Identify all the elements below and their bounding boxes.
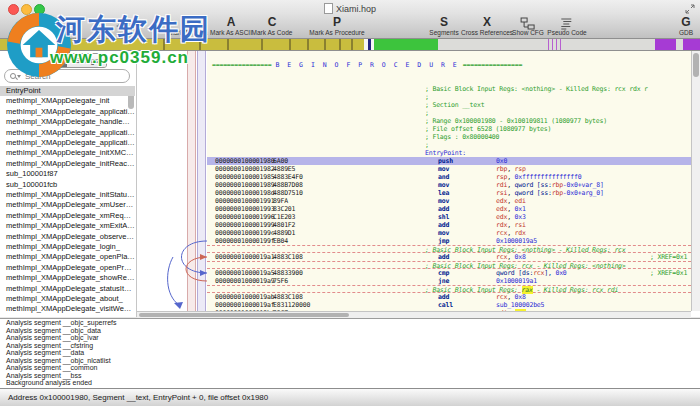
horizontal-scrollbar[interactable] <box>137 311 691 318</box>
basic-block-comment-row: ; Basic Block Input Regs: rax - Killed R… <box>207 285 691 293</box>
symbol-list-item[interactable]: methImpl_XMAppDelegate_initXMClient <box>0 148 135 158</box>
comment-row: ; Basic Block Input Regs: <nothing> - Ki… <box>207 85 691 93</box>
status-text: Address 0x100001980, Segment __text, Ent… <box>8 393 268 402</box>
watermark-site-name: 河东软件园 <box>56 10 211 50</box>
toolbar-button-mark-as-procedure[interactable]: PMark As Procedure <box>309 16 364 36</box>
toolbar-button-gdb[interactable]: GGDB <box>679 16 693 36</box>
segment-map-block <box>548 39 549 50</box>
segment-map-block <box>227 39 229 50</box>
log-line: Analysis segment __data <box>0 349 700 357</box>
listing-row[interactable]: 000000010000198d488D7510learsi, qword [s… <box>207 189 691 197</box>
listing-row[interactable]: 00000001000019afE831120000callsub_100002… <box>207 301 691 309</box>
log-line: Analysis segment __objc_nlcatlist <box>0 357 700 365</box>
basic-block-comment-row: ; Basic Block Input Regs: rcx - Killed R… <box>207 261 691 269</box>
entrypoint-label-row: EntryPoint: <box>207 149 691 157</box>
document-icon <box>324 3 333 14</box>
comment-row: ; Section __text <box>207 101 691 109</box>
toolbar-button-cross-references[interactable]: XCross References <box>461 16 513 36</box>
listing-row[interactable]: 00000001000019806A00push0x0 <box>207 157 691 165</box>
comment-row: ; Range 0x100001980 - 0x100109811 (10809… <box>207 117 691 125</box>
segment-map-block <box>339 39 341 50</box>
symbol-list-item[interactable]: methImpl_XMAppDelegate_openPlayer_ <box>0 252 135 262</box>
symbol-list-item[interactable]: methImpl_XMAppDelegate_statusItem... <box>0 284 135 294</box>
analysis-log: Analysis segment __objc_superrefsAnalysi… <box>0 318 700 388</box>
comment-row: ; <box>207 141 691 149</box>
window-title: Xiami.hop <box>336 4 376 14</box>
segment-map-block <box>556 39 557 50</box>
symbol-list-item[interactable]: methImpl_XMAppDelegate_initStatusB... <box>0 190 135 200</box>
comment-row: ; Flags : 0x80000400 <box>207 133 691 141</box>
vertical-scrollbar[interactable] <box>691 51 700 311</box>
symbol-list-item[interactable]: methImpl_XMAppDelegate_xmExitApp... <box>0 221 135 231</box>
cfg-icon <box>512 16 544 29</box>
listing-row[interactable]: 00000001000019a548833900cmpqword [ds:rcx… <box>207 269 691 277</box>
listing-row[interactable]: 00000001000019854883E4F0andrsp, 0xffffff… <box>207 173 691 181</box>
comment-row: ; <box>207 93 691 101</box>
jump-arrows <box>137 51 207 311</box>
symbol-list-item[interactable]: sub_100001f87 <box>0 169 135 179</box>
symbol-list-item[interactable]: methImpl_XMAppDelegate_login_ <box>0 242 135 252</box>
log-line: Analysis segment __cfstring <box>0 342 700 350</box>
begin-of-procedure-line: ================B E G I N O F P R O C E … <box>207 61 691 69</box>
watermark-site-url: www.pc0359.cn <box>50 48 189 68</box>
hopper-window: Xiami.hop DMark As DataAMark As ASCIICMa… <box>0 0 700 406</box>
log-line: Analysis segment __objc_data <box>0 327 700 335</box>
horizontal-scrollbar-thumb[interactable] <box>139 313 349 317</box>
log-line: Analysis segment __common <box>0 364 700 372</box>
listing-row[interactable]: 00000001000019ab4883C108addrcx, 0x8 <box>207 293 691 301</box>
symbol-list-item[interactable]: methImpl_XMAppDelegate_about_ <box>0 294 135 304</box>
log-line: Analysis segment __objc_ivar <box>0 334 700 342</box>
symbol-list-item[interactable]: methImpl_XMAppDelegate_application... <box>0 128 135 138</box>
symbol-list-item[interactable]: methImpl_XMAppDelegate_init <box>0 96 135 106</box>
symbol-list-item[interactable]: methImpl_XMAppDelegate_application... <box>0 107 135 117</box>
symbol-list-item[interactable]: methImpl_XMAppDelegate_showRemo... <box>0 273 135 283</box>
segment-map-block <box>683 39 700 50</box>
symbol-list-item[interactable]: EntryPoint <box>0 86 135 96</box>
segment-map-block <box>307 39 309 50</box>
listing-row[interactable]: 000000010000199c4889D1movrcx, rdx <box>207 229 691 237</box>
toolbar-button-show-cfg[interactable]: Show CFG <box>512 16 544 36</box>
symbol-list-item[interactable]: methImpl_XMAppDelegate_visitWebSite <box>0 304 135 314</box>
segment-map-block <box>655 39 676 50</box>
segment-map-block <box>324 39 326 50</box>
toolbar-button-mark-as-code[interactable]: CMark As Code <box>252 16 293 36</box>
listing-row[interactable]: 00000001000019824889E5movrbp, rsp <box>207 165 691 173</box>
toolbar-button-mark-as-ascii[interactable]: AMark As ASCII <box>210 16 252 36</box>
assembly-view: ================B E G I N O F P R O C E … <box>137 51 691 317</box>
toolbar-button-segments[interactable]: SSegments <box>429 16 458 36</box>
symbol-list-item[interactable]: methImpl_XMAppDelegate_application... <box>0 138 135 148</box>
symbol-list-item[interactable]: methImpl_XMAppDelegate_observeVal... <box>0 232 135 242</box>
symbol-list-item[interactable]: methImpl_XMAppDelegate_initReachability <box>0 159 135 169</box>
pseudo-code-icon <box>547 16 586 29</box>
basic-block-comment-row: ; Basic Block Input Regs: <nothing> - Ki… <box>207 245 691 253</box>
log-line: Background analysis ended <box>0 379 700 387</box>
listing-row[interactable]: 000000010000199fEB04jmp0x1000019a5 <box>207 237 691 245</box>
symbol-list-item[interactable]: methImpl_XMAppDelegate_xmRequire... <box>0 211 135 221</box>
segment-map-block <box>351 39 353 50</box>
content-area: Labels Strings EntryPointmethImpl_XMAppD… <box>0 51 700 317</box>
listing-row[interactable]: 0000000100001989488B7D08movrdi, qword [s… <box>207 181 691 189</box>
comment-row: ; File offset 6528 (1080977 bytes) <box>207 125 691 133</box>
listing-row[interactable]: 000000010000199189FAmovedx, edi <box>207 197 691 205</box>
comment-row: ; <box>207 109 691 117</box>
listing-row[interactable]: 00000001000019a14883C108addrcx, 0x8; XRE… <box>207 253 691 261</box>
listing-row[interactable]: 00000001000019a975F6jne0x1000019a1 <box>207 277 691 285</box>
symbol-list-item[interactable]: methImpl_XMAppDelegate_openPrefer... <box>0 263 135 273</box>
disassembly-listing: ================B E G I N O F P R O C E … <box>207 51 691 311</box>
segment-map-block <box>552 39 553 50</box>
segment-map-block <box>560 39 561 50</box>
segment-map-block <box>261 39 263 50</box>
listing-row[interactable]: 0000000100001996C1E203shledx, 0x3 <box>207 213 691 221</box>
toolbar-button-pseudo-code[interactable]: Pseudo Code <box>547 16 586 36</box>
vertical-scrollbar-thumb[interactable] <box>693 53 699 77</box>
listing-row[interactable]: 00000001000019994801F2addrdx, rsi <box>207 221 691 229</box>
log-line: Analysis segment __bss <box>0 372 700 380</box>
listing-row[interactable]: 000000010000199383C201addedx, 0x1 <box>207 205 691 213</box>
symbol-list-item[interactable]: methImpl_XMAppDelegate_xmUserDid... <box>0 200 135 210</box>
symbol-list-item[interactable]: sub_100001fcb <box>0 180 135 190</box>
sidebar: Labels Strings EntryPointmethImpl_XMAppD… <box>0 51 137 317</box>
fullscreen-icon[interactable] <box>685 4 695 14</box>
symbol-list-item[interactable]: methImpl_XMAppDelegate_handleURL... <box>0 117 135 127</box>
segment-map-block <box>374 39 438 50</box>
log-line: Analysis segment __objc_superrefs <box>0 319 700 327</box>
